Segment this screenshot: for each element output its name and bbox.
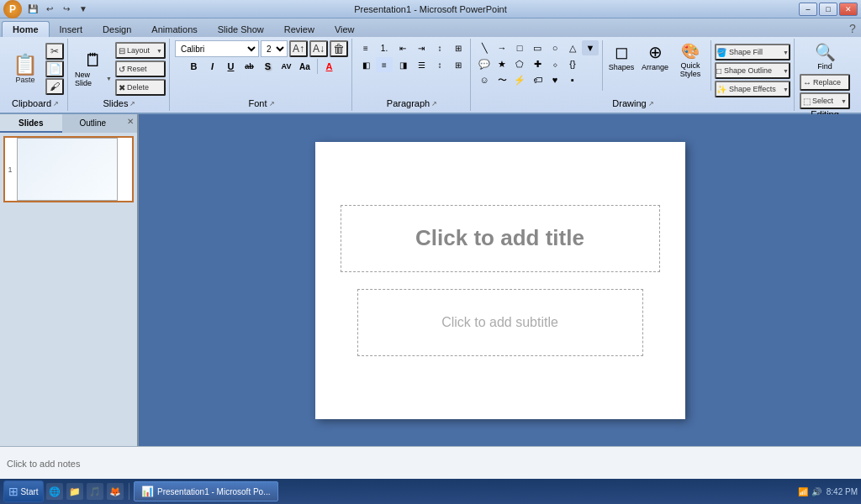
delete-button[interactable]: ✖ Delete — [115, 79, 166, 96]
start-button[interactable]: ⊞ Start — [3, 480, 44, 502]
underline-button[interactable]: U — [223, 59, 240, 74]
font-expand[interactable]: ↗ — [269, 100, 275, 108]
clock[interactable]: 8:42 PM — [827, 487, 858, 496]
shape-outline-button[interactable]: □ Shape Outline ▼ — [715, 62, 790, 79]
shape-smiley[interactable]: ☺ — [476, 72, 493, 87]
copy-button[interactable]: 📄 — [45, 60, 64, 77]
shape-wave[interactable]: 〜 — [494, 72, 510, 87]
shape-line[interactable]: ╲ — [476, 40, 493, 55]
tab-view[interactable]: View — [325, 22, 365, 37]
align-right[interactable]: ◨ — [394, 57, 411, 72]
align-left[interactable]: ◧ — [357, 57, 374, 72]
format-painter-button[interactable]: 🖌 — [45, 78, 64, 95]
tab-slideshow[interactable]: Slide Show — [208, 22, 274, 37]
paragraph-expand[interactable]: ↗ — [431, 100, 437, 108]
quick-styles-button[interactable]: 🎨 Quick Styles — [673, 40, 707, 80]
tab-design[interactable]: Design — [92, 22, 141, 37]
title-placeholder[interactable]: Click to add title — [341, 205, 660, 272]
shape-flow[interactable]: ⬦ — [547, 56, 563, 71]
maximize-button[interactable]: □ — [819, 3, 837, 16]
new-slide-arrow[interactable]: ▼ — [106, 76, 112, 81]
reset-button[interactable]: ↺ Reset — [115, 60, 166, 77]
tab-insert[interactable]: Insert — [50, 22, 93, 37]
taskbar-icon-3[interactable]: 🎵 — [87, 483, 103, 500]
increase-font-size[interactable]: A↑ — [289, 40, 308, 57]
select-button[interactable]: ⬚ Select ▼ — [800, 92, 850, 109]
shapes-button[interactable]: ◻ Shapes — [606, 40, 637, 73]
tab-animations[interactable]: Animations — [141, 22, 207, 37]
shape-triangle[interactable]: △ — [564, 40, 581, 55]
shape-cube[interactable]: ▪ — [564, 72, 581, 87]
tab-slides[interactable]: Slides — [0, 114, 62, 133]
replace-button[interactable]: ↔ Replace — [800, 74, 850, 91]
shape-effects-button[interactable]: ✨ Shape Effects ▼ — [715, 81, 790, 97]
slide-1-thumbnail[interactable]: 1 — [3, 136, 134, 202]
increase-indent[interactable]: ⇥ — [413, 40, 430, 55]
taskbar-icon-4[interactable]: 🦊 — [107, 483, 124, 500]
italic-button[interactable]: I — [204, 59, 221, 74]
drawing-expand[interactable]: ↗ — [648, 100, 654, 108]
clear-format[interactable]: 🗑 — [330, 40, 348, 57]
office-button[interactable]: P — [3, 0, 22, 18]
convert-smartart[interactable]: ⊞ — [450, 40, 467, 55]
taskbar-icon-2[interactable]: 📁 — [66, 483, 83, 500]
font-size-selector[interactable]: 24 — [261, 40, 288, 57]
font-color-button[interactable]: A — [321, 59, 338, 74]
paste-button[interactable]: 📋 Paste — [7, 53, 44, 86]
shape-fill-button[interactable]: 🪣 Shape Fill ▼ — [715, 44, 790, 60]
shape-star[interactable]: ★ — [494, 56, 510, 71]
text-direction[interactable]: ↕ — [431, 40, 448, 55]
slides-expand[interactable]: ↗ — [129, 100, 135, 108]
numbering-button[interactable]: 1. — [376, 40, 393, 55]
close-slide-panel[interactable]: ✕ — [124, 114, 137, 128]
line-spacing[interactable]: ↕ — [431, 57, 448, 72]
layout-arrow[interactable]: ▼ — [156, 48, 162, 54]
tab-home[interactable]: Home — [2, 21, 50, 37]
effects-arrow[interactable]: ▼ — [783, 87, 789, 92]
shape-callout[interactable]: 💬 — [476, 56, 493, 71]
shape-cross[interactable]: ✚ — [529, 56, 546, 71]
help-button[interactable]: ? — [844, 20, 861, 37]
notes-area[interactable]: Click to add notes — [0, 446, 861, 480]
shape-banner[interactable]: 🏷 — [529, 72, 546, 87]
layout-button[interactable]: ⊟ Layout ▼ — [115, 42, 166, 59]
select-arrow[interactable]: ▼ — [841, 98, 847, 104]
minimize-button[interactable]: – — [799, 3, 817, 16]
decrease-font-size[interactable]: A↓ — [309, 40, 328, 57]
shape-lightning[interactable]: ⚡ — [511, 72, 528, 87]
tab-review[interactable]: Review — [274, 22, 325, 37]
align-center[interactable]: ≡ — [376, 57, 393, 72]
strikethrough-button[interactable]: ab — [241, 59, 258, 74]
shape-arrow[interactable]: → — [494, 40, 510, 55]
save-button[interactable]: 💾 — [25, 2, 40, 17]
decrease-indent[interactable]: ⇤ — [394, 40, 411, 55]
shadow-button[interactable]: S — [260, 59, 277, 74]
close-button[interactable]: ✕ — [839, 3, 858, 16]
quick-access-dropdown[interactable]: ▼ — [76, 2, 91, 17]
undo-button[interactable]: ↩ — [42, 2, 57, 17]
shape-oval[interactable]: ○ — [547, 40, 563, 55]
fill-arrow[interactable]: ▼ — [783, 50, 789, 55]
cut-button[interactable]: ✂ — [45, 43, 64, 60]
change-case-button[interactable]: Aa — [297, 59, 314, 74]
shape-rect[interactable]: □ — [511, 40, 528, 55]
shape-rounded-rect[interactable]: ▭ — [529, 40, 546, 55]
redo-button[interactable]: ↪ — [59, 2, 74, 17]
shape-heart[interactable]: ♥ — [547, 72, 563, 87]
shape-pentagon[interactable]: ⬠ — [511, 56, 528, 71]
clipboard-expand[interactable]: ↗ — [53, 100, 59, 108]
justify[interactable]: ☰ — [413, 57, 430, 72]
volume-icon[interactable]: 🔊 — [811, 487, 821, 496]
shape-more[interactable]: ▼ — [582, 40, 599, 55]
bold-button[interactable]: B — [186, 59, 203, 74]
arrange-button[interactable]: ⊕ Arrange — [638, 40, 672, 73]
shape-bracket[interactable]: {} — [564, 56, 581, 71]
find-button[interactable]: 🔍 Find — [804, 40, 846, 72]
char-spacing-button[interactable]: AV — [278, 59, 295, 74]
slide-canvas[interactable]: Click to add title Click to add subtitle — [315, 142, 685, 419]
tab-outline[interactable]: Outline — [62, 114, 124, 133]
bullets-button[interactable]: ≡ — [357, 40, 374, 55]
new-slide-button[interactable]: 🗒 New Slide ▼ — [73, 50, 114, 89]
columns-button[interactable]: ⊞ — [450, 57, 467, 72]
powerpoint-taskbar-item[interactable]: 📊 Presentation1 - Microsoft Po... — [134, 481, 278, 501]
